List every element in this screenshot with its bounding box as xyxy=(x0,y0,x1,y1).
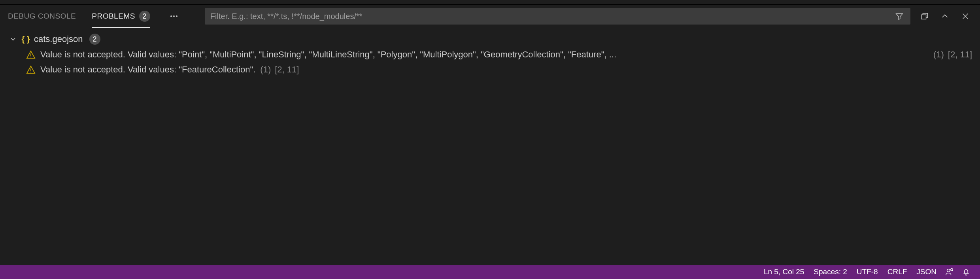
file-problem-count-badge: 2 xyxy=(89,34,100,45)
tab-debug-console-label: DEBUG CONSOLE xyxy=(8,12,76,21)
status-eol[interactable]: CRLF xyxy=(883,265,912,279)
svg-rect-3 xyxy=(921,15,926,19)
problem-source: (1) xyxy=(260,65,271,75)
tab-debug-console[interactable]: DEBUG CONSOLE xyxy=(0,5,84,28)
problem-message: Value is not accepted. Valid values: "Po… xyxy=(40,49,929,60)
chevron-down-icon xyxy=(9,35,17,43)
json-file-icon: { } xyxy=(21,35,31,44)
status-encoding[interactable]: UTF-8 xyxy=(852,265,883,279)
svg-point-7 xyxy=(951,269,953,271)
problem-location: [2, 11] xyxy=(275,65,299,75)
ellipsis-icon xyxy=(169,11,179,21)
restore-panel-icon xyxy=(920,12,929,21)
svg-point-4 xyxy=(30,57,31,57)
svg-point-6 xyxy=(947,269,950,272)
collapse-panel-button[interactable] xyxy=(938,9,952,23)
problem-source: (1) xyxy=(933,49,944,60)
panel-header: DEBUG CONSOLE PROBLEMS 2 xyxy=(0,5,980,28)
status-bar: Ln 5, Col 25 Spaces: 2 UTF-8 CRLF JSON xyxy=(0,265,980,279)
warning-icon xyxy=(26,50,36,59)
status-language[interactable]: JSON xyxy=(912,265,941,279)
warning-icon xyxy=(26,65,36,74)
file-row[interactable]: { } cats.geojson 2 xyxy=(0,31,980,47)
status-feedback-button[interactable] xyxy=(941,265,958,279)
funnel-icon xyxy=(895,12,904,21)
panel-actions xyxy=(910,9,972,23)
svg-point-5 xyxy=(30,72,31,72)
problems-count-badge: 2 xyxy=(139,11,150,22)
feedback-icon xyxy=(945,268,954,276)
toggle-maximize-button[interactable] xyxy=(918,9,931,23)
tab-problems-label: PROBLEMS xyxy=(92,12,135,21)
status-ln-col[interactable]: Ln 5, Col 25 xyxy=(759,265,809,279)
close-icon xyxy=(961,12,970,21)
svg-point-0 xyxy=(170,15,172,17)
problem-row[interactable]: Value is not accepted. Valid values: "Po… xyxy=(0,47,980,62)
problem-row[interactable]: Value is not accepted. Valid values: "Fe… xyxy=(0,62,980,77)
problem-message: Value is not accepted. Valid values: "Fe… xyxy=(40,65,255,75)
bell-icon xyxy=(962,268,971,276)
editor-top-spacer xyxy=(0,0,980,5)
problems-view: { } cats.geojson 2 Value is not accepted… xyxy=(0,28,980,265)
svg-point-2 xyxy=(176,15,177,17)
status-notifications-button[interactable] xyxy=(958,265,974,279)
problem-meta: (1) [2, 11] xyxy=(260,65,299,75)
svg-point-1 xyxy=(173,15,175,17)
tab-overflow-button[interactable] xyxy=(158,11,190,21)
filter-input[interactable] xyxy=(210,12,891,21)
tab-problems[interactable]: PROBLEMS 2 xyxy=(84,5,158,28)
status-spaces[interactable]: Spaces: 2 xyxy=(809,265,852,279)
filter-input-container xyxy=(205,8,910,25)
problem-meta: (1) [2, 11] xyxy=(933,49,972,60)
expand-toggle[interactable] xyxy=(9,35,17,43)
problem-location: [2, 11] xyxy=(948,49,972,60)
filter-button[interactable] xyxy=(891,12,907,21)
close-panel-button[interactable] xyxy=(959,9,972,23)
file-name: cats.geojson xyxy=(34,34,83,44)
chevron-up-icon xyxy=(940,12,949,21)
